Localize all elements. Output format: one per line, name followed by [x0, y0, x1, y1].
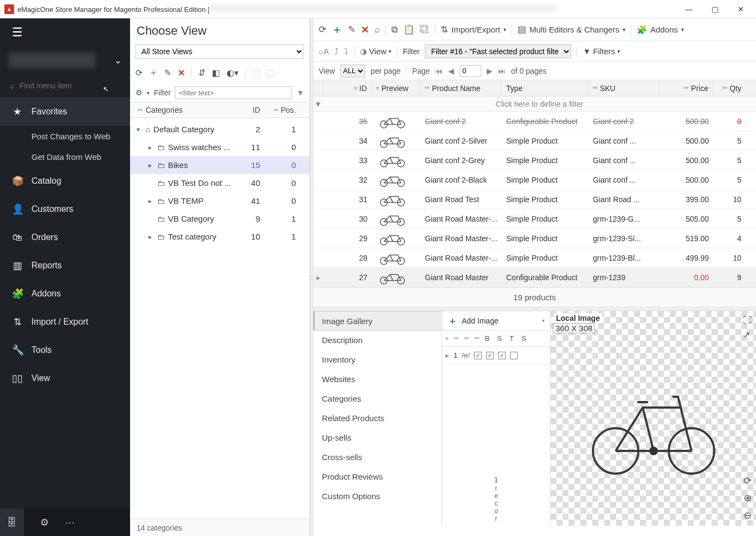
more-icon[interactable]: ⋯: [65, 516, 75, 528]
product-row[interactable]: 35Giant conf 2Configurable ProductGiant …: [313, 112, 756, 131]
hamburger-menu-button[interactable]: ☰: [0, 18, 130, 47]
store-selector[interactable]: ⌄: [0, 47, 130, 74]
category-row[interactable]: ▸🗀Bikes150: [130, 156, 309, 174]
category-row[interactable]: 🗀VB Test Do not ...400: [130, 174, 309, 192]
product-row[interactable]: ▸27Giant Road MasterConfigurable Product…: [313, 268, 756, 287]
product-row[interactable]: 28Giant Road Master-...Simple Productgrm…: [313, 248, 756, 268]
add-icon[interactable]: ＋: [149, 67, 158, 79]
export-icon[interactable]: ⤴: [334, 47, 339, 56]
sidebar-sub-get-data[interactable]: Get Data from Web: [0, 146, 130, 167]
funnel-icon[interactable]: ▼: [296, 88, 304, 97]
category-row[interactable]: 🗀VB Category91: [130, 210, 309, 228]
sidebar-item-favorites[interactable]: ★ Favorites: [0, 98, 130, 126]
sidebar-search-input[interactable]: [20, 81, 101, 90]
cell-qty: 5: [713, 209, 746, 228]
product-row[interactable]: 34Giant conf 2-SilverSimple ProductGiant…: [313, 131, 756, 151]
clone-icon[interactable]: ⿻: [420, 24, 429, 35]
addons-button[interactable]: 🧩Addons▾: [637, 25, 684, 35]
refresh-icon[interactable]: ⟳: [135, 68, 143, 78]
search-icon: ⌕: [10, 81, 14, 90]
product-row[interactable]: 32Giant conf 2-BlackSimple ProductGiant …: [313, 170, 756, 190]
copy-icon[interactable]: ⧉: [391, 24, 398, 35]
detail-tab-inventory[interactable]: Inventory: [313, 350, 442, 370]
pager-first-icon[interactable]: ⏮: [435, 67, 443, 75]
expand-toggle[interactable]: ▸: [146, 162, 154, 169]
cell-type: Simple Product: [502, 170, 589, 189]
detail-tab-custom-options[interactable]: Custom Options: [313, 487, 442, 506]
product-row[interactable]: 30Giant Road Master-...Simple Productgrm…: [313, 209, 756, 229]
view-mode-button[interactable]: ◑View▾: [360, 47, 391, 56]
store-view-select[interactable]: All Store Views: [135, 44, 304, 59]
find-icon[interactable]: ⌕A: [319, 47, 329, 56]
pager-last-icon[interactable]: ⏭: [498, 67, 506, 75]
detail-tab-categories[interactable]: Categories: [313, 389, 442, 409]
pager-page-input[interactable]: [460, 65, 481, 77]
product-row[interactable]: 29Giant Road Master-...Simple Productgrm…: [313, 229, 756, 248]
expand-toggle[interactable]: ▸: [146, 197, 154, 205]
delete-icon[interactable]: ✕: [178, 68, 185, 78]
expand-toggle[interactable]: ▸: [146, 233, 154, 241]
checkbox-t[interactable]: ✓: [498, 352, 506, 359]
add-product-icon[interactable]: ＋: [332, 22, 343, 37]
expand-toggle[interactable]: ▾: [134, 126, 142, 133]
detail-tab-cross-sells[interactable]: Cross-sells: [313, 448, 442, 467]
sidebar-item-catalog[interactable]: 📦Catalog: [0, 167, 130, 195]
category-filter-input[interactable]: [175, 86, 292, 99]
pager-size-select[interactable]: ALL: [340, 64, 365, 78]
sidebar-item-reports[interactable]: ▥Reports: [0, 251, 130, 280]
pager-next-icon[interactable]: ▶: [487, 67, 493, 75]
pager-prev-icon[interactable]: ◀: [448, 67, 454, 75]
move-icon[interactable]: ⇵: [198, 68, 205, 78]
cell-price: 505.00: [659, 209, 713, 228]
edit-icon[interactable]: ✎: [164, 68, 171, 78]
detail-tab-websites[interactable]: Websites: [313, 370, 442, 389]
sidebar-item-import-export[interactable]: ⇅Import / Export: [0, 308, 130, 336]
expand-icon[interactable]: ◧: [212, 68, 220, 78]
paste-icon[interactable]: 📋: [403, 24, 415, 35]
image-row[interactable]: ▸ 1 /e/ ✓ ✓ ✓: [442, 347, 550, 364]
import-export-button[interactable]: ⇅Import/Export▾: [441, 24, 506, 35]
import-icon[interactable]: ⤵: [344, 47, 348, 56]
sidebar-item-orders[interactable]: 🛍Orders: [0, 223, 130, 251]
sidebar-item-tools[interactable]: 🔧Tools: [0, 336, 130, 364]
detail-tab-image-gallery[interactable]: Image Gallery: [313, 311, 442, 331]
window-minimize-button[interactable]: ―: [682, 5, 695, 14]
category-row[interactable]: ▸🗀VB TEMP410: [130, 192, 309, 210]
window-maximize-button[interactable]: ▢: [708, 5, 721, 14]
checkbox-s[interactable]: ✓: [486, 352, 494, 359]
detail-tab-product-reviews[interactable]: Product Reviews: [313, 467, 442, 487]
sidebar-bottom-store-button[interactable]: 🗄: [0, 509, 24, 536]
checkbox-b[interactable]: ✓: [474, 352, 482, 359]
delete-product-icon[interactable]: ✕: [361, 24, 369, 36]
sidebar-item-view[interactable]: ▯▯View: [0, 364, 130, 392]
filter-select[interactable]: Filter #16 - "Fast selected product filt…: [425, 44, 571, 59]
sidebar-item-customers[interactable]: 👤Customers: [0, 195, 130, 223]
multi-editors-button[interactable]: ▤Multi Editors & Changers▾: [518, 24, 625, 35]
category-row[interactable]: ▸🗀Test category101: [130, 228, 309, 246]
sidebar-sub-post-changes[interactable]: Post Changes to Web: [0, 126, 130, 146]
cell-sku: grm-1239: [589, 268, 659, 287]
product-main-panel: ⟳ ＋ ✎ ✕ ⌕ ⧉ 📋 ⿻ ⇅Import/Export▾ ▤Multi E…: [313, 18, 756, 536]
gear-icon[interactable]: ⚙: [135, 88, 143, 97]
horizontal-splitter[interactable]: ⋯: [313, 307, 756, 311]
detail-tab-related-products[interactable]: Related Products: [313, 409, 442, 428]
search-product-icon[interactable]: ⌕: [374, 24, 380, 35]
detail-tab-description[interactable]: Description: [313, 331, 442, 350]
checkbox-s2[interactable]: [510, 352, 518, 359]
product-row[interactable]: 31Giant Road TestSimple ProductGiant Roa…: [313, 190, 756, 209]
grid-filter-row[interactable]: ▼ Click here to define a filter: [313, 96, 756, 112]
detail-tab-up-sells[interactable]: Up-sells: [313, 428, 442, 448]
add-image-button[interactable]: ＋ Add Image ▾: [442, 311, 550, 331]
expand-toggle[interactable]: ▸: [146, 144, 154, 151]
gear-icon[interactable]: ⚙: [40, 516, 49, 528]
window-close-button[interactable]: ✕: [734, 5, 747, 14]
visibility-icon[interactable]: ◐▾: [227, 68, 238, 78]
product-row[interactable]: 33Giant conf 2-GreySimple ProductGiant c…: [313, 151, 756, 170]
filters-button[interactable]: ▼Filters▾: [583, 47, 620, 56]
category-row[interactable]: ▾⌂Default Category21: [130, 120, 309, 138]
edit-product-icon[interactable]: ✎: [348, 24, 356, 35]
category-row[interactable]: ▸🗀Swiss watches ...110: [130, 138, 309, 156]
sidebar-item-addons[interactable]: 🧩Addons: [0, 280, 130, 308]
refresh-icon[interactable]: ⟳: [319, 24, 326, 35]
main-sidebar: ☰ ⌄ ⌕ ↖ ★ Favorites Post Changes to Web …: [0, 18, 130, 536]
